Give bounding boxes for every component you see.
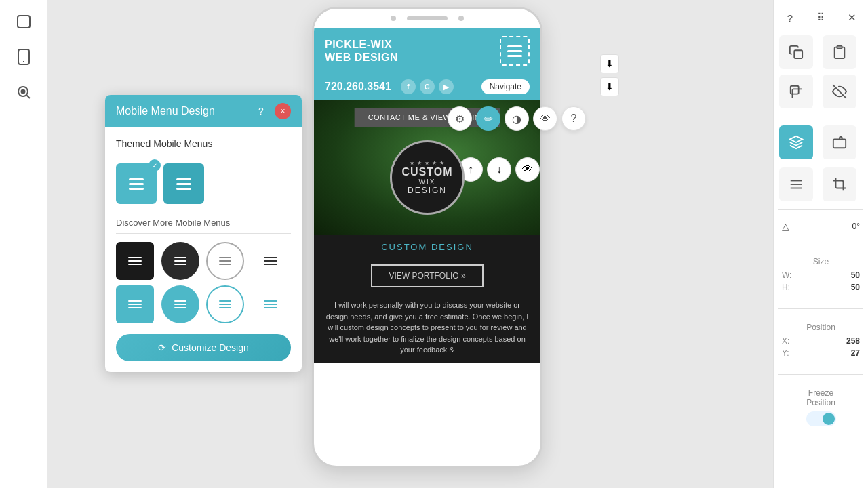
badge-circle: ★ ★ ★ ★ ★ CUSTOM WIX DESIGN [390, 140, 465, 215]
eye-toggle-button[interactable]: 👁 [515, 157, 540, 182]
height-label: H: [782, 283, 790, 292]
hamburger-line [129, 188, 144, 190]
hamburger-icon-1 [129, 178, 144, 190]
download-icon-2[interactable]: ⬇ [600, 77, 619, 96]
right-close-button[interactable]: ✕ [842, 8, 861, 27]
svg-rect-11 [833, 139, 845, 148]
svg-marker-10 [790, 136, 802, 142]
google-icon[interactable]: G [420, 79, 435, 94]
phone-frame: PICKLE-WIX WEB DESIGN 720.260.3541 f G ▶… [312, 7, 542, 468]
menu-opt-teal-circle[interactable] [161, 285, 199, 323]
menu-opt-minimal-dark[interactable] [252, 242, 290, 280]
site-header: PICKLE-WIX WEB DESIGN [314, 28, 540, 74]
svg-point-5 [21, 90, 24, 94]
panel-help-button[interactable]: ? [253, 103, 269, 119]
site-hamburger-button[interactable] [500, 36, 530, 66]
menu-opt-light-circle[interactable] [206, 242, 244, 280]
menu-option-teal-1[interactable]: ✓ [116, 163, 157, 204]
hamburger-line [129, 178, 144, 180]
right-icon-grid-2 [774, 75, 868, 108]
align-icon[interactable] [779, 167, 813, 201]
size-label: Size [782, 257, 860, 266]
badge-container: ★ ★ ★ ★ ★ CUSTOM WIX DESIGN [390, 140, 465, 215]
right-help-button[interactable]: ? [781, 8, 800, 27]
square-icon[interactable] [10, 8, 37, 35]
pencil-icon[interactable]: ✏ [476, 106, 500, 131]
hamburger-line [129, 183, 144, 185]
line [174, 257, 186, 258]
menu-opt-teal-sq[interactable] [116, 285, 154, 323]
customize-design-button[interactable]: ⟳ Customize Design [116, 334, 291, 361]
toggle-knob [823, 413, 835, 425]
crop-icon[interactable] [823, 167, 856, 201]
layers-back-icon[interactable] [823, 125, 856, 159]
facebook-icon[interactable]: f [401, 79, 416, 94]
menu-opt-minimal-teal[interactable] [252, 285, 290, 323]
right-divider-1 [778, 117, 863, 117]
help-icon[interactable]: ? [561, 106, 586, 131]
customize-label: Customize Design [172, 342, 249, 353]
size-section: Size W: 50 H: 50 [774, 251, 868, 300]
copy-icon[interactable] [779, 35, 813, 69]
left-toolbar [0, 0, 47, 488]
h-line [507, 50, 522, 52]
freeze-toggle[interactable] [806, 411, 836, 426]
width-row: W: 50 [782, 270, 860, 280]
x-value: 258 [846, 336, 860, 346]
h-line [507, 45, 522, 47]
right-icon-grid-3 [774, 125, 868, 159]
svg-line-4 [26, 96, 30, 99]
hide-icon[interactable] [823, 75, 856, 108]
rotation-row: △ 0° [774, 218, 868, 235]
menu-grid-row2 [116, 285, 291, 323]
line [174, 304, 186, 305]
y-value: 27 [851, 348, 860, 358]
themed-menus-row: ✓ [116, 163, 291, 204]
y-label: Y: [782, 348, 789, 358]
hamburger-sm [264, 300, 277, 308]
line [128, 257, 142, 258]
height-row: H: 50 [782, 283, 860, 292]
color-icon[interactable]: ◑ [505, 106, 529, 131]
portfolio-button[interactable]: VIEW PORTFOLIO » [371, 264, 483, 287]
menu-opt-teal-ring[interactable] [206, 285, 244, 323]
phone-notch [314, 9, 540, 28]
download-icons-area: ⬇ ⬇ [600, 54, 619, 96]
menu-opt-dark-circle[interactable] [161, 242, 199, 280]
download-icon-1[interactable]: ⬇ [600, 54, 619, 73]
line [264, 264, 277, 265]
eye-icon[interactable]: 👁 [533, 106, 557, 131]
panel-body: Themed Mobile Menus ✓ [105, 127, 302, 372]
panel-header-icons: ? × [253, 103, 291, 119]
hamburger-sm [264, 257, 277, 265]
gear-icon[interactable]: ⚙ [448, 106, 472, 131]
svg-rect-7 [837, 46, 842, 49]
arrow-down-button[interactable]: ↓ [487, 157, 511, 182]
line [264, 300, 277, 302]
site-logo: PICKLE-WIX WEB DESIGN [325, 38, 398, 64]
layers-front-icon[interactable] [779, 125, 813, 159]
paste-icon[interactable] [823, 35, 856, 69]
width-label: W: [782, 270, 791, 280]
panel-close-button[interactable]: × [275, 103, 291, 119]
panel-title: Mobile Menu Design [116, 105, 215, 117]
mobile-icon[interactable] [10, 43, 37, 70]
youtube-icon[interactable]: ▶ [439, 79, 454, 94]
hamburger-sm [128, 300, 142, 308]
menu-option-teal-2[interactable] [163, 163, 204, 204]
duplicate-icon[interactable] [779, 75, 813, 108]
search-eye-icon[interactable] [10, 79, 37, 106]
line [128, 260, 142, 262]
hamburger-line [176, 178, 191, 180]
rotation-icon: △ [782, 221, 789, 232]
svg-rect-0 [18, 16, 30, 28]
phone-dot [458, 16, 464, 21]
hamburger-line [176, 188, 191, 190]
navigate-button[interactable]: Navigate [481, 79, 530, 94]
menu-opt-black-sq[interactable] [116, 242, 154, 280]
phone-preview: PICKLE-WIX WEB DESIGN 720.260.3541 f G ▶… [312, 7, 542, 481]
customize-icon: ⟳ [158, 342, 166, 353]
right-grid-button[interactable]: ⠿ [812, 8, 831, 27]
freeze-text: Freeze Position [782, 388, 860, 407]
hamburger-sm [174, 257, 186, 265]
